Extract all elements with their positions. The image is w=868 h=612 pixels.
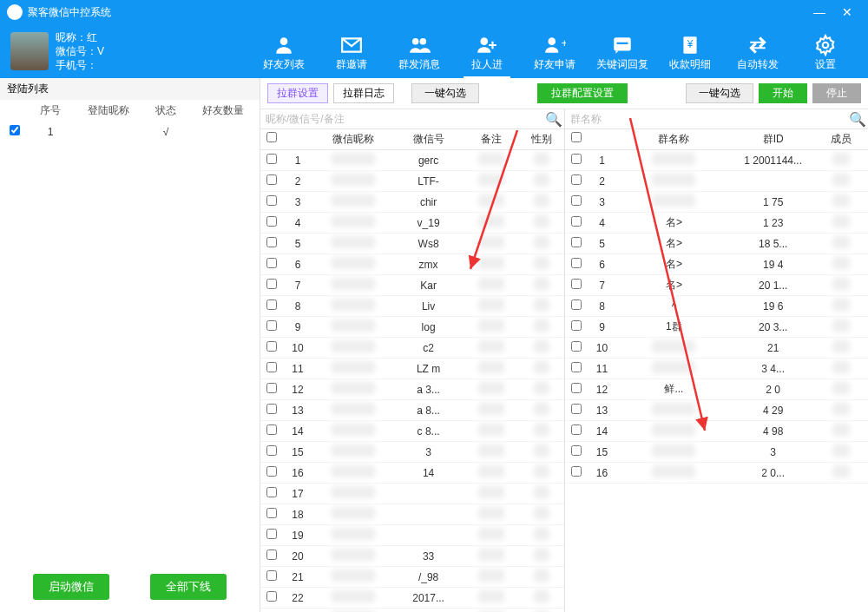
- friend-row[interactable]: 10c2: [260, 338, 564, 359]
- group-check[interactable]: [571, 195, 582, 206]
- friend-check[interactable]: [266, 320, 277, 331]
- friend-row[interactable]: 14c 8...: [260, 421, 564, 442]
- search-icon[interactable]: 🔍: [847, 111, 868, 128]
- group-config-button[interactable]: 拉群配置设置: [537, 83, 628, 103]
- search-icon[interactable]: 🔍: [543, 111, 564, 128]
- friend-check[interactable]: [266, 570, 277, 581]
- friend-check[interactable]: [266, 383, 277, 393]
- friend-row[interactable]: 2033: [260, 546, 564, 567]
- group-check[interactable]: [571, 341, 582, 352]
- friend-check[interactable]: [266, 508, 277, 518]
- friend-check[interactable]: [266, 299, 277, 310]
- friend-row[interactable]: 23gxxny: [260, 609, 564, 612]
- group-row[interactable]: 162 0...: [565, 463, 869, 484]
- friend-check[interactable]: [266, 424, 277, 435]
- start-wechat-button[interactable]: 启动微信: [33, 574, 109, 600]
- group-check[interactable]: [571, 404, 582, 414]
- nav-pull[interactable]: 拉人进: [453, 31, 521, 72]
- friend-check[interactable]: [266, 529, 277, 539]
- friend-row[interactable]: 16 14: [260, 463, 564, 484]
- friend-row[interactable]: 18: [260, 504, 564, 525]
- friend-check[interactable]: [266, 174, 277, 185]
- friend-row[interactable]: 19: [260, 525, 564, 546]
- stop-button[interactable]: 停止: [812, 83, 861, 103]
- nav-forward[interactable]: 自动转发: [724, 31, 792, 72]
- group-check[interactable]: [571, 466, 582, 477]
- group-check[interactable]: [571, 174, 582, 185]
- nav-receipt[interactable]: ¥收款明细: [656, 31, 724, 72]
- group-check[interactable]: [571, 279, 582, 289]
- group-check[interactable]: [571, 362, 582, 372]
- friend-check[interactable]: [266, 362, 277, 372]
- group-row[interactable]: 134 29: [565, 400, 869, 421]
- friend-check[interactable]: [266, 195, 277, 206]
- nav-settings[interactable]: 设置: [792, 31, 859, 72]
- friend-row[interactable]: 2LTF-: [260, 171, 564, 192]
- group-row[interactable]: 2: [565, 171, 869, 192]
- group-check[interactable]: [571, 383, 582, 393]
- check-all-button-2[interactable]: 一键勾选: [686, 83, 753, 103]
- group-check[interactable]: [571, 320, 582, 331]
- friends-search-input[interactable]: [260, 109, 543, 128]
- group-check[interactable]: [571, 154, 582, 164]
- friend-row[interactable]: 13a 8...: [260, 400, 564, 421]
- groups-search-input[interactable]: [565, 109, 848, 128]
- group-row[interactable]: 31 75: [565, 192, 869, 213]
- login-check[interactable]: [10, 125, 20, 135]
- group-row[interactable]: 1021: [565, 338, 869, 359]
- friend-row[interactable]: 21/_98: [260, 567, 564, 588]
- friend-check[interactable]: [266, 216, 277, 227]
- friend-row[interactable]: 1gerc: [260, 150, 564, 171]
- all-offline-button[interactable]: 全部下线: [150, 574, 227, 600]
- nav-keyword[interactable]: 关键词回复: [589, 31, 656, 72]
- start-button[interactable]: 开始: [759, 83, 807, 103]
- friend-check[interactable]: [266, 591, 277, 602]
- group-check[interactable]: [571, 237, 582, 247]
- friend-row[interactable]: 5Ws8: [260, 234, 564, 254]
- nav-friends[interactable]: 好友列表: [250, 31, 318, 72]
- friend-check[interactable]: [266, 404, 277, 414]
- check-all-button[interactable]: 一键勾选: [411, 83, 479, 103]
- friend-row[interactable]: 3chir: [260, 192, 564, 213]
- friend-row[interactable]: 8Liv: [260, 296, 564, 317]
- nav-apply[interactable]: +好友申请: [521, 31, 589, 72]
- friend-row[interactable]: 12a 3...: [260, 379, 564, 400]
- friend-check[interactable]: [266, 237, 277, 247]
- group-row[interactable]: 8^19 6: [565, 296, 869, 317]
- group-check[interactable]: [571, 299, 582, 310]
- friend-row[interactable]: 17: [260, 484, 564, 504]
- friend-check[interactable]: [266, 154, 277, 164]
- group-check[interactable]: [571, 216, 582, 227]
- friend-row[interactable]: 15 3: [260, 442, 564, 463]
- friend-row[interactable]: 4v_19: [260, 213, 564, 234]
- friend-row[interactable]: 7Kar: [260, 275, 564, 296]
- friend-check[interactable]: [266, 341, 277, 352]
- friend-row[interactable]: 222017...: [260, 588, 564, 609]
- friend-check[interactable]: [266, 279, 277, 289]
- friend-check[interactable]: [266, 466, 277, 477]
- friend-row[interactable]: 9log: [260, 317, 564, 338]
- minimize-button[interactable]: —: [806, 5, 833, 19]
- group-row[interactable]: 7名>20 1...: [565, 275, 869, 296]
- group-row[interactable]: 4名>1 23: [565, 213, 869, 234]
- friend-row[interactable]: 6zmx: [260, 254, 564, 275]
- group-check[interactable]: [571, 424, 582, 435]
- friend-check[interactable]: [266, 445, 277, 456]
- group-row[interactable]: 5名>18 5...: [565, 234, 869, 254]
- group-check[interactable]: [571, 258, 582, 268]
- nav-invite[interactable]: 群邀请: [318, 31, 385, 72]
- friend-check[interactable]: [266, 549, 277, 560]
- group-check[interactable]: [571, 445, 582, 456]
- group-row[interactable]: 91群20 3...: [565, 317, 869, 338]
- tab-group-settings[interactable]: 拉群设置: [267, 83, 328, 103]
- nav-mass[interactable]: 群发消息: [385, 31, 453, 72]
- friend-check[interactable]: [266, 258, 277, 268]
- friend-row[interactable]: 11LZ m: [260, 359, 564, 379]
- group-row[interactable]: 12鲜...2 0: [565, 379, 869, 400]
- group-row[interactable]: 6名>19 4: [565, 254, 869, 275]
- group-row[interactable]: 144 98: [565, 421, 869, 442]
- friends-select-all[interactable]: [266, 132, 277, 142]
- group-row[interactable]: 113 4...: [565, 359, 869, 379]
- group-row[interactable]: 153: [565, 442, 869, 463]
- close-button[interactable]: ✕: [833, 5, 861, 19]
